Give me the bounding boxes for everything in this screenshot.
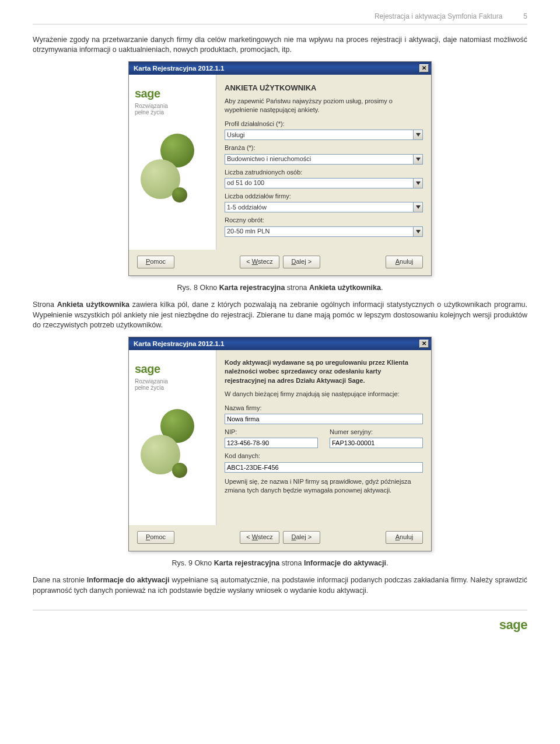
titlebar: Karta Rejestracyjna 2012.1.1 ✕ xyxy=(129,337,431,350)
paragraph-2: Strona Ankieta użytkownika zawiera kilka… xyxy=(33,300,527,331)
label-employees: Liczba zatrudnionych osób: xyxy=(225,168,423,177)
input-nip[interactable] xyxy=(225,438,318,448)
chevron-down-icon[interactable] xyxy=(414,154,423,165)
chevron-down-icon[interactable] xyxy=(414,202,423,212)
label-branches: Liczba oddziałów firmy: xyxy=(225,192,423,201)
note-text: Upewnij się, że nazwa i NIP firmy są pra… xyxy=(225,477,423,495)
chevron-down-icon[interactable] xyxy=(414,130,423,140)
select-industry[interactable]: Budownictwo i nieruchomości xyxy=(225,154,414,165)
figure-caption-8: Rys. 8 Okno Karta rejestracyjna strona A… xyxy=(33,283,527,294)
titlebar: Karta Rejestracyjna 2012.1.1 ✕ xyxy=(129,62,431,75)
sage-logo: sage xyxy=(499,616,527,634)
paragraph-3: Dane na stronie Informacje do aktywacji … xyxy=(33,575,527,596)
label-turnover: Roczny obrót: xyxy=(225,216,423,225)
sage-logo: sage xyxy=(135,85,210,102)
sage-logo: sage xyxy=(135,361,210,377)
input-company[interactable] xyxy=(225,414,423,424)
dialog-aktywacja: Karta Rejestracyjna 2012.1.1 ✕ sage Rozw… xyxy=(128,337,432,551)
close-icon[interactable]: ✕ xyxy=(419,64,429,72)
paragraph-1: Wyrażenie zgody na przetwarzanie danych … xyxy=(33,35,527,55)
sage-tagline: Rozwiązaniapełne życia xyxy=(135,103,210,116)
button-row: Pomoc < Wstecz Dalej > Anuluj xyxy=(129,250,431,275)
next-button[interactable]: Dalej > xyxy=(283,531,320,544)
close-icon[interactable]: ✕ xyxy=(419,340,429,348)
side-panel: sage Rozwiązaniapełne życia xyxy=(129,75,216,250)
label-company: Nazwa firmy: xyxy=(225,404,423,413)
decorative-blobs xyxy=(135,404,210,498)
header-title: Rejestracja i aktywacja Symfonia Faktura xyxy=(374,12,502,22)
label-serial: Numer seryjny: xyxy=(330,428,423,436)
footer: sage xyxy=(33,610,527,634)
help-button[interactable]: Pomoc xyxy=(137,531,174,544)
window-title: Karta Rejestracyjna 2012.1.1 xyxy=(134,339,224,348)
form-subintro: W danych bieżącej firmy znajdują się nas… xyxy=(225,390,423,399)
header-pagenum: 5 xyxy=(523,12,527,22)
form-heading: ANKIETA UŻYTKOWNIKA xyxy=(225,83,423,93)
chevron-down-icon[interactable] xyxy=(414,226,423,237)
select-employees[interactable]: od 51 do 100 xyxy=(225,178,414,188)
chevron-down-icon[interactable] xyxy=(414,178,423,188)
window-title: Karta Rejestracyjna 2012.1.1 xyxy=(134,64,224,73)
label-datacode: Kod danych: xyxy=(225,452,423,460)
cancel-button[interactable]: Anuluj xyxy=(386,256,423,268)
page-header: Rejestracja i aktywacja Symfonia Faktura… xyxy=(33,12,527,25)
label-nip: NIP: xyxy=(225,428,318,436)
input-datacode[interactable] xyxy=(225,462,423,473)
form-intro-bold: Kody aktywacji wydawane są po uregulowan… xyxy=(225,358,423,385)
sage-tagline: Rozwiązaniapełne życia xyxy=(135,378,210,392)
help-button[interactable]: Pomoc xyxy=(137,256,174,268)
form-panel: Kody aktywacji wydawane są po uregulowan… xyxy=(216,350,431,525)
label-industry: Branża (*): xyxy=(225,144,423,152)
figure-caption-9: Rys. 9 Okno Karta rejestracyjna strona I… xyxy=(33,558,527,569)
side-panel: sage Rozwiązaniapełne życia xyxy=(129,350,216,525)
input-serial[interactable] xyxy=(330,438,423,448)
decorative-blobs xyxy=(135,129,210,222)
select-turnover[interactable]: 20-50 mln PLN xyxy=(225,226,414,237)
dialog-ankieta: Karta Rejestracyjna 2012.1.1 ✕ sage Rozw… xyxy=(128,61,432,276)
back-button[interactable]: < Wstecz xyxy=(240,256,279,268)
back-button[interactable]: < Wstecz xyxy=(240,531,279,544)
next-button[interactable]: Dalej > xyxy=(283,256,320,268)
form-panel: ANKIETA UŻYTKOWNIKA Aby zapewnić Państwu… xyxy=(216,75,431,250)
form-intro: Aby zapewnić Państwu najwyższy poziom us… xyxy=(225,97,423,115)
label-profile: Profil działalności (*): xyxy=(225,120,423,128)
cancel-button[interactable]: Anuluj xyxy=(386,531,423,544)
select-profile[interactable]: Usługi xyxy=(225,130,414,140)
select-branches[interactable]: 1-5 oddziałów xyxy=(225,202,414,212)
button-row: Pomoc < Wstecz Dalej > Anuluj xyxy=(129,525,431,551)
